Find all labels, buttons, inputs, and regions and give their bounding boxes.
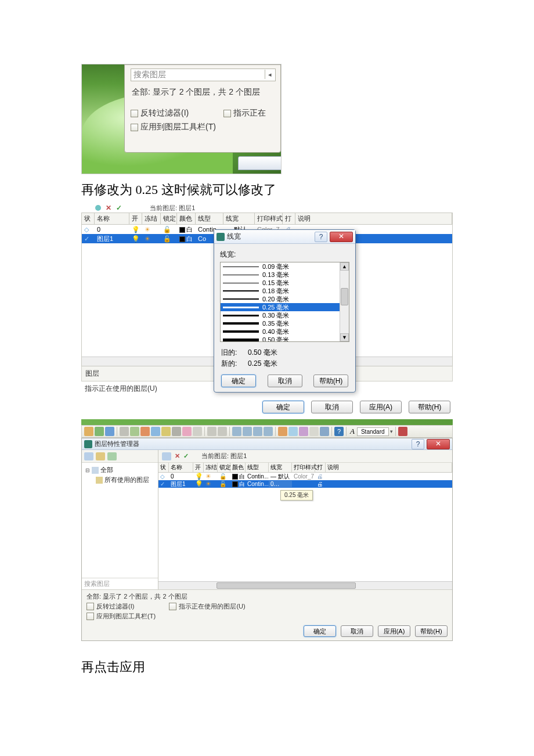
apply-to-toolbar-checkbox[interactable]: 应用到图层工具栏(T) <box>86 612 448 621</box>
delete-layer-icon[interactable]: ✕ <box>175 452 180 460</box>
toolbar-icon[interactable] <box>95 427 104 436</box>
tree-item-used[interactable]: 所有使用的图层 <box>85 475 154 485</box>
toolbar-icon[interactable] <box>218 427 227 436</box>
list-scrollbar[interactable]: ▲ ▼ <box>340 262 349 341</box>
toolbar-icon[interactable] <box>243 427 252 436</box>
col-status[interactable]: 状 <box>158 463 169 472</box>
toolbar-icon[interactable] <box>130 427 139 436</box>
titlebar-help-button[interactable]: ? <box>412 439 424 449</box>
col-freeze[interactable]: 冻结 <box>204 463 218 472</box>
taskbar-tab[interactable]: ▎◂ <box>238 156 282 170</box>
apply-button[interactable]: 应用(A) <box>360 401 402 413</box>
col-linetype[interactable]: 线型 <box>246 463 269 472</box>
col-plotstyle[interactable]: 打印样式 <box>292 463 315 472</box>
toolbar-icon[interactable] <box>207 427 217 436</box>
col-plot[interactable]: 打 <box>315 463 326 472</box>
tree-item-all[interactable]: ⊟ 全部 <box>85 465 154 475</box>
apply-to-toolbar-checkbox[interactable]: 应用到图层工具栏(T) <box>131 122 280 132</box>
toolbar-icon[interactable] <box>398 427 407 436</box>
toolbar-icon[interactable] <box>193 427 202 436</box>
toolbar-icon[interactable] <box>278 427 287 436</box>
toolbar-icon[interactable] <box>84 427 93 436</box>
toolbar-icon[interactable]: ✕ <box>106 204 111 212</box>
help-button[interactable]: 帮助(H) <box>409 401 450 413</box>
titlebar-close-button[interactable]: ✕ <box>427 439 450 449</box>
states-icon[interactable] <box>107 452 117 460</box>
col-on[interactable]: 开 <box>193 463 204 472</box>
sun-icon[interactable]: ☀ <box>145 235 150 242</box>
indicate-in-use-checkbox[interactable]: 指示正在使用的图层(U) <box>169 602 245 611</box>
col-plot[interactable]: 打 <box>283 213 295 224</box>
toolbar-icon[interactable] <box>105 427 114 436</box>
set-current-icon[interactable]: ✓ <box>183 452 189 460</box>
search-arrow-icon[interactable]: ◂ <box>265 70 274 79</box>
new-filter-icon[interactable] <box>84 452 93 460</box>
printer-icon[interactable]: 🖨 <box>317 473 323 480</box>
toolbar-icon[interactable] <box>320 427 329 436</box>
style-combo[interactable]: Standard <box>357 427 389 436</box>
lock-icon[interactable]: 🔓 <box>219 481 226 487</box>
ok-button[interactable]: 确定 <box>304 625 336 637</box>
lock-icon[interactable]: 🔓 <box>163 226 171 233</box>
dialog-titlebar[interactable]: 线宽 ? ✕ <box>214 230 355 244</box>
search-layer-input[interactable]: 搜索图层 ◂ <box>131 69 276 81</box>
toolbar-icon[interactable] <box>253 427 262 436</box>
col-status[interactable]: 状 <box>82 213 95 224</box>
lineweight-option[interactable]: 0.25 毫米 <box>221 303 340 311</box>
window-titlebar[interactable]: 图层特性管理器 ? ✕ <box>82 438 452 450</box>
tree-search-input[interactable]: 搜索图层 <box>82 578 158 589</box>
lineweight-option[interactable]: 0.40 毫米 <box>221 327 340 336</box>
lineweight-option[interactable]: 0.13 毫米 <box>221 271 340 279</box>
col-color[interactable]: 颜色 <box>230 463 246 472</box>
col-name[interactable]: 名称 <box>169 463 193 472</box>
toolbar-icon[interactable]: ✓ <box>116 204 122 212</box>
combo-arrow-icon[interactable]: ▾ <box>390 429 393 434</box>
filter-tree[interactable]: ⊟ 全部 所有使用的图层 <box>82 463 158 578</box>
invert-filter-checkbox[interactable]: 反转过滤器(I) <box>131 108 189 118</box>
invert-filter-checkbox[interactable]: 反转过滤器(I) <box>86 602 134 611</box>
col-desc[interactable]: 说明 <box>295 213 452 224</box>
toolbar-icon[interactable] <box>172 427 181 436</box>
col-lock[interactable]: 锁定 <box>218 463 230 472</box>
col-lineweight[interactable]: 线宽 <box>269 463 292 472</box>
col-color[interactable]: 颜色 <box>177 213 196 224</box>
toolbar-icon[interactable] <box>182 427 192 436</box>
help-icon[interactable]: ? <box>334 427 344 436</box>
bulb-icon[interactable]: 💡 <box>132 235 140 242</box>
lineweight-option[interactable]: 0.20 毫米 <box>221 295 340 303</box>
lineweight-option[interactable]: 0.15 毫米 <box>221 279 340 287</box>
sun-icon[interactable]: ☀ <box>205 480 211 487</box>
lineweight-option[interactable]: 0.18 毫米 <box>221 287 340 295</box>
sun-icon[interactable]: ☀ <box>145 226 150 233</box>
dialog-close-button[interactable]: ✕ <box>330 232 353 242</box>
table-row[interactable]: ◇ 0 💡 ☀ 🔓 白 Contin… — 默认 Color_7 🖨 <box>158 473 452 480</box>
scroll-down-button[interactable]: ▼ <box>340 333 349 341</box>
new-layer-icon[interactable] <box>162 452 171 460</box>
toolbar-icon[interactable] <box>140 427 150 436</box>
new-group-icon[interactable] <box>96 452 105 460</box>
col-plotstyle[interactable]: 打印样式 <box>255 213 283 224</box>
help-button[interactable]: 帮助(H) <box>415 625 448 637</box>
cancel-button[interactable]: 取消 <box>268 375 302 387</box>
scroll-thumb[interactable] <box>217 582 356 589</box>
apply-button[interactable]: 应用(A) <box>378 625 410 637</box>
ok-button[interactable]: 确定 <box>262 401 304 413</box>
lineweight-option[interactable]: 0.09 毫米 <box>221 262 340 271</box>
col-lineweight[interactable]: 线宽 <box>223 213 255 224</box>
printer-icon[interactable]: 🖨 <box>317 481 323 487</box>
scroll-thumb[interactable] <box>341 288 348 305</box>
toolbar-icon[interactable] <box>299 427 308 436</box>
col-linetype[interactable]: 线型 <box>196 213 223 224</box>
toolbar-icon[interactable] <box>309 427 319 436</box>
scroll-up-button[interactable]: ▲ <box>340 262 349 271</box>
col-freeze[interactable]: 冻结 <box>142 213 161 224</box>
cancel-button[interactable]: 取消 <box>341 625 373 637</box>
bulb-icon[interactable]: 💡 <box>132 226 140 233</box>
col-desc[interactable]: 说明 <box>326 463 452 472</box>
lineweight-option[interactable]: 0.50 毫米 <box>221 336 340 341</box>
lineweight-list[interactable]: 0.09 毫米0.13 毫米0.15 毫米0.18 毫米0.20 毫米0.25 … <box>220 262 349 342</box>
toolbar-icon[interactable] <box>120 427 129 436</box>
help-button[interactable]: 帮助(H) <box>313 375 348 387</box>
toolbar-icon[interactable] <box>232 427 241 436</box>
toolbar-icon[interactable] <box>288 427 298 436</box>
